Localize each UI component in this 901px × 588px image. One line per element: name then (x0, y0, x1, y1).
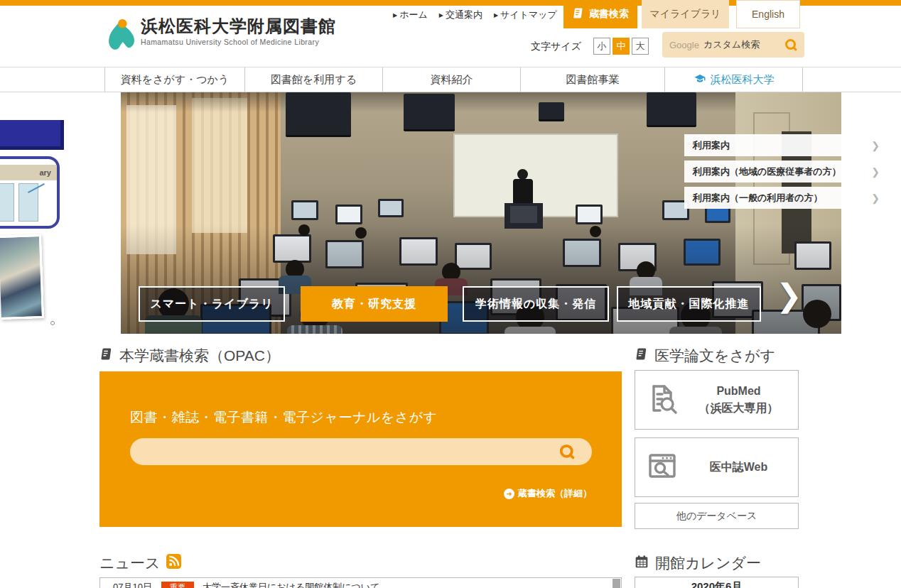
search-icon[interactable] (560, 444, 575, 459)
google-search-placeholder: カスタム検索 (703, 38, 781, 51)
chevron-right-icon: ❯ (871, 166, 880, 178)
logo-mark-icon (105, 17, 135, 55)
book-icon (99, 347, 113, 364)
news-date: 07月10日 (113, 581, 158, 588)
search-icon[interactable] (785, 39, 797, 51)
news-tag-badge: 重要 (161, 582, 194, 588)
nav-tab-find-materials[interactable]: 資料をさがす・つかう (104, 67, 244, 92)
slide-button-academic-info[interactable]: 学術情報の収集・発信 (463, 286, 609, 322)
google-custom-search-input[interactable]: Google カスタム検索 (662, 32, 804, 58)
link-access[interactable]: ▶ 交通案内 (439, 9, 482, 21)
graduation-cap-icon (694, 72, 706, 87)
ichushi-label: 医中誌Web (679, 459, 798, 476)
english-button[interactable]: English (736, 0, 800, 28)
fontsize-label: 文字サイズ (531, 40, 581, 53)
slide-button-education-research[interactable]: 教育・研究支援 (301, 286, 448, 322)
link-sitemap[interactable]: ▶ サイトマップ (494, 9, 557, 21)
nav-tab-university[interactable]: 浜松医科大学 (664, 67, 803, 92)
browser-search-icon (645, 449, 679, 486)
opac-section-heading: 本学蔵書検索（OPAC） (99, 346, 280, 366)
prev-slide-illustration: ary (0, 156, 60, 229)
page: 浜松医科大学附属図書館 Hamamatsu University School … (0, 0, 901, 588)
fontsize-large-button[interactable]: 大 (632, 38, 649, 55)
opac-search-button[interactable]: 蔵書検索 (563, 0, 637, 28)
nav-tab-library-projects[interactable]: 図書館事業 (520, 67, 664, 92)
opening-calendar[interactable]: 2020年6月 (635, 577, 799, 588)
slide-button-smart-library[interactable]: スマート・ライブラリ (139, 286, 285, 322)
nav-tab-material-intro[interactable]: 資料紹介 (382, 67, 520, 92)
triangle-right-icon: ▶ (494, 12, 498, 18)
slide-button-regional-intl[interactable]: 地域貢献・国際化推進 (617, 286, 761, 322)
carousel-dot (50, 321, 55, 325)
prev-slide-photo (0, 234, 44, 320)
mylibrary-button[interactable]: マイライブラリ (642, 0, 729, 28)
main-nav: 資料をさがす・つかう 図書館を利用する 資料紹介 図書館事業 浜松医科大学 (0, 67, 901, 92)
menu-riyou-annai[interactable]: 利用案内 ❯ (684, 134, 888, 156)
nav-tab-use-library[interactable]: 図書館を利用する (244, 67, 382, 92)
ichushi-web-button[interactable]: 医中誌Web (635, 437, 799, 497)
google-brand-label: Google (669, 40, 699, 50)
opac-search-field[interactable] (130, 438, 592, 465)
site-title-block: 浜松医科大学附属図書館 Hamamatsu University School … (141, 17, 336, 46)
other-databases-button[interactable]: 他のデータベース (635, 503, 799, 529)
opac-search-input[interactable] (141, 440, 561, 463)
rss-icon[interactable] (166, 554, 181, 572)
chevron-right-icon: ❯ (871, 192, 880, 204)
site-subtitle: Hamamatsu University School of Medicine … (141, 38, 336, 46)
fontsize-medium-button[interactable]: 中 (613, 38, 630, 55)
news-title: 大学一斉休業日における開館体制について (203, 581, 379, 588)
book-icon (572, 7, 584, 21)
chevron-right-icon: ❯ (871, 140, 880, 151)
pubmed-label: PubMed （浜医大専用） (679, 383, 798, 417)
calendar-section-heading: 開館カレンダー (635, 553, 761, 573)
triangle-right-icon: ▶ (393, 12, 397, 18)
site-title: 浜松医科大学附属図書館 (141, 17, 336, 36)
arrow-circle-icon: ➜ (504, 489, 514, 499)
pubmed-button[interactable]: PubMed （浜医大専用） (635, 370, 799, 430)
articles-section-heading: 医学論文をさがす (635, 346, 775, 366)
library-sign-fragment: ary (0, 165, 57, 180)
calendar-month: 2020年6月 (635, 580, 798, 588)
site-logo[interactable]: 浜松医科大学附属図書館 Hamamatsu University School … (105, 17, 336, 55)
news-section-heading: ニュース (99, 553, 181, 573)
news-list: 07月10日 重要 大学一斉休業日における開館体制について (99, 577, 622, 588)
link-home[interactable]: ▶ ホーム (393, 9, 428, 21)
fontsize-small-button[interactable]: 小 (593, 38, 610, 55)
menu-riyou-annai-general[interactable]: 利用案内（一般の利用者の方） ❯ (684, 187, 888, 209)
menu-riyou-annai-medical[interactable]: 利用案内（地域の医療従事者の方） ❯ (684, 160, 888, 183)
utility-links: ▶ ホーム ▶ 交通案内 ▶ サイトマップ (393, 9, 557, 21)
prev-slide-banner (0, 120, 64, 150)
document-search-icon (645, 381, 679, 418)
news-item[interactable]: 07月10日 重要 大学一斉休業日における開館体制について (100, 581, 621, 588)
opac-detail-link[interactable]: ➜ 蔵書検索（詳細） (504, 487, 592, 500)
book-icon (635, 347, 648, 364)
opac-search-panel: 図書・雑誌・電子書籍・電子ジャーナルをさがす ➜ 蔵書検索（詳細） (99, 371, 622, 527)
triangle-right-icon: ▶ (439, 12, 443, 18)
opac-lead-text: 図書・雑誌・電子書籍・電子ジャーナルをさがす (130, 408, 438, 427)
news-scrollbar[interactable] (613, 579, 620, 588)
calendar-icon (635, 555, 649, 572)
carousel-next-button[interactable]: ❯ (776, 277, 802, 313)
